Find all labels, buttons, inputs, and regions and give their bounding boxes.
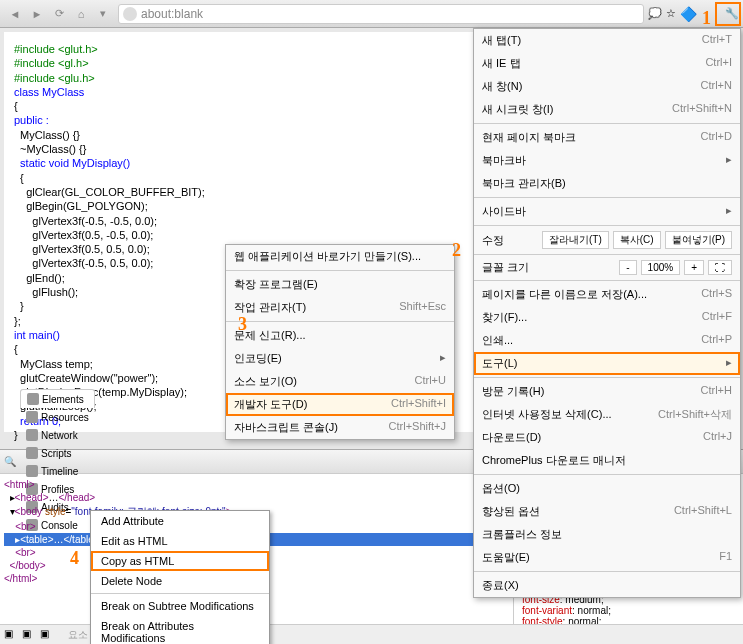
home-button[interactable]: ⌂ [70, 3, 92, 25]
devtools-tab-network[interactable]: Network [20, 426, 95, 444]
devtools-tab-elements[interactable]: Elements [20, 389, 95, 408]
menu-item[interactable]: 크롬플러스 정보 [474, 523, 740, 546]
console-icon-2[interactable]: ▣ [22, 628, 36, 642]
edit-row: 수정잘라내기(T)복사(C)붙여넣기(P) [474, 228, 740, 252]
menu-item[interactable]: 북마크 관리자(B) [474, 172, 740, 195]
star-icon[interactable]: ☆ [666, 7, 676, 20]
menu-item[interactable]: 방문 기록(H)Ctrl+H [474, 380, 740, 403]
copy-button[interactable]: 복사(C) [613, 231, 661, 249]
url-text: about:blank [141, 7, 203, 21]
menu-item[interactable]: 새 탭(T)Ctrl+T [474, 29, 740, 52]
forward-button[interactable]: ► [26, 3, 48, 25]
submenu-item[interactable]: 자바스크립트 콘솔(J)Ctrl+Shift+J [226, 416, 454, 439]
console-icon[interactable]: ▣ [4, 628, 18, 642]
menu-item[interactable]: ChromePlus 다운로드 매니저 [474, 449, 740, 472]
css-property[interactable]: font-variant: normal; [522, 605, 735, 616]
context-menu-item[interactable]: Break on Attributes Modifications [91, 616, 269, 644]
menu-item[interactable]: 사이드바▸ [474, 200, 740, 223]
console-icon-3[interactable]: ▣ [40, 628, 54, 642]
dropdown-icon[interactable]: ▾ [92, 3, 114, 25]
devtools-tab-resources[interactable]: Resources [20, 408, 95, 426]
submenu-item[interactable]: 개발자 도구(D)Ctrl+Shift+I [226, 393, 454, 416]
globe-icon [123, 7, 137, 21]
submenu-item[interactable]: 소스 보기(O)Ctrl+U [226, 370, 454, 393]
cut-button[interactable]: 잘라내기(T) [542, 231, 609, 249]
menu-item[interactable]: 새 IE 탭Ctrl+I [474, 52, 740, 75]
zoom-out-button[interactable]: - [619, 260, 636, 275]
menu-item[interactable]: 도움말(E)F1 [474, 546, 740, 569]
menu-item[interactable]: 새 시크릿 창(I)Ctrl+Shift+N [474, 98, 740, 121]
marker-2: 2 [452, 240, 461, 261]
marker-1: 1 [702, 8, 711, 29]
inspect-icon[interactable]: 🔍 [4, 456, 16, 467]
devtools-tab-scripts[interactable]: Scripts [20, 444, 95, 462]
menu-item[interactable]: 페이지를 다른 이름으로 저장(A)...Ctrl+S [474, 283, 740, 306]
menu-item[interactable]: 현재 페이지 북마크Ctrl+D [474, 126, 740, 149]
menu-item[interactable]: 옵션(O) [474, 477, 740, 500]
back-button[interactable]: ◄ [4, 3, 26, 25]
zoom-row: 글꼴 크기-100%+⛶ [474, 257, 740, 278]
marker-1-box [715, 2, 741, 26]
menu-item[interactable]: 인터넷 사용정보 삭제(C)...Ctrl+Shift+삭제 [474, 403, 740, 426]
submenu-item[interactable]: 인코딩(E)▸ [226, 347, 454, 370]
paste-button[interactable]: 붙여넣기(P) [665, 231, 732, 249]
zoom-in-button[interactable]: + [684, 260, 704, 275]
google-icon[interactable]: 🔷 [680, 6, 697, 22]
browser-toolbar: ◄ ► ⟳ ⌂ ▾ about:blank 💭 ☆ 🔷 🔧 [0, 0, 743, 28]
context-menu-item[interactable]: Delete Node [91, 571, 269, 591]
fullscreen-button[interactable]: ⛶ [708, 260, 732, 275]
submenu-item[interactable]: 확장 프로그램(E) [226, 273, 454, 296]
context-menu-item[interactable]: Copy as HTML [91, 551, 269, 571]
context-menu-item[interactable]: Edit as HTML [91, 531, 269, 551]
context-menu-item[interactable]: Add Attribute [91, 511, 269, 531]
chrome-menu: 새 탭(T)Ctrl+T새 IE 탭Ctrl+I새 창(N)Ctrl+N새 시크… [473, 28, 741, 598]
menu-item[interactable]: 새 창(N)Ctrl+N [474, 75, 740, 98]
marker-3: 3 [238, 314, 247, 335]
menu-item[interactable]: 도구(L)▸ [474, 352, 740, 375]
reload-button[interactable]: ⟳ [48, 3, 70, 25]
dom-context-menu: Add AttributeEdit as HTMLCopy as HTMLDel… [90, 510, 270, 644]
menu-item[interactable]: 향상된 옵션Ctrl+Shift+L [474, 500, 740, 523]
menu-item[interactable]: 인쇄...Ctrl+P [474, 329, 740, 352]
menu-item[interactable]: 북마크바▸ [474, 149, 740, 172]
tools-submenu: 웹 애플리케이션 바로가기 만들기(S)...확장 프로그램(E)작업 관리자(… [225, 244, 455, 440]
submenu-item[interactable]: 작업 관리자(T)Shift+Esc [226, 296, 454, 319]
address-bar[interactable]: about:blank [118, 4, 644, 24]
menu-item[interactable]: 다운로드(D)Ctrl+J [474, 426, 740, 449]
menu-item[interactable]: 종료(X) [474, 574, 740, 597]
menu-item[interactable]: 찾기(F)...Ctrl+F [474, 306, 740, 329]
submenu-item[interactable]: 웹 애플리케이션 바로가기 만들기(S)... [226, 245, 454, 268]
extension-icon-1[interactable]: 💭 [648, 7, 662, 20]
context-menu-item[interactable]: Break on Subtree Modifications [91, 596, 269, 616]
marker-4: 4 [70, 548, 79, 569]
submenu-item[interactable]: 문제 신고(R)... [226, 324, 454, 347]
